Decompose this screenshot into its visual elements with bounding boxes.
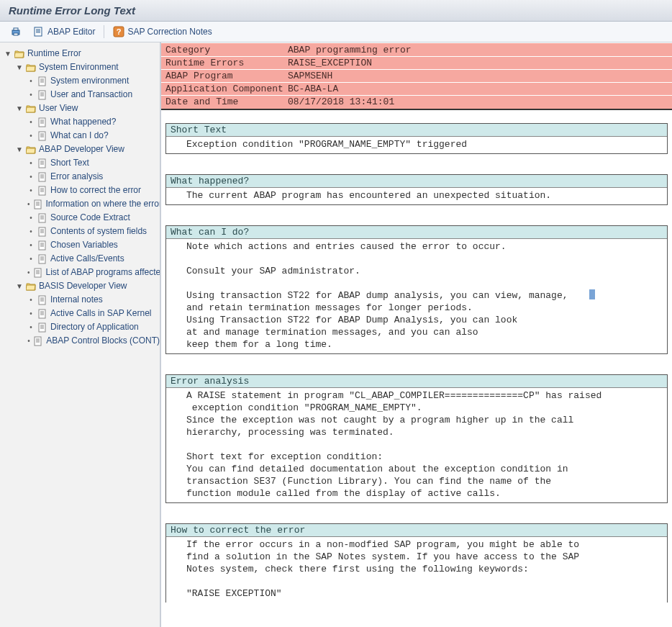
- tree-system-environment[interactable]: ▼ System Environment: [16, 60, 160, 74]
- svg-rect-45: [39, 227, 45, 236]
- error-header-block: CategoryABAP programming error Runtime E…: [161, 43, 672, 110]
- kv-key: ABAP Program: [165, 70, 288, 82]
- document-icon: [33, 199, 43, 209]
- document-icon: [37, 240, 47, 251]
- tree-item[interactable]: •Active Calls/Events: [27, 252, 160, 266]
- sap-notes-label: SAP Correction Notes: [127, 27, 212, 37]
- tree-item[interactable]: •Source Code Extract: [27, 211, 160, 225]
- tree-item[interactable]: •What happened?: [27, 115, 160, 129]
- tree-item[interactable]: •Contents of system fields: [27, 225, 160, 238]
- toolbar-separator: [104, 25, 104, 38]
- bullet-icon: •: [27, 116, 35, 128]
- kv-key: Date and Time: [165, 96, 288, 108]
- svg-text:?: ?: [117, 27, 122, 36]
- section-what-can-i-do: What can I do? Note which actions and en…: [165, 225, 668, 354]
- tree-item[interactable]: •List of ABAP programs affected: [27, 266, 160, 279]
- tree-item[interactable]: •System environment: [27, 74, 160, 88]
- tree-item[interactable]: •What can I do?: [27, 129, 160, 143]
- chevron-down-icon[interactable]: ▼: [4, 50, 12, 58]
- document-icon: [37, 158, 47, 168]
- svg-rect-9: [39, 77, 45, 86]
- abap-editor-button[interactable]: ABAP Editor: [30, 24, 98, 39]
- tree-label: Directory of Application: [50, 321, 139, 333]
- kv-key: Category: [165, 44, 288, 56]
- tree-label: User View: [39, 102, 78, 114]
- document-icon: [33, 268, 43, 278]
- tree-label: What can I do?: [50, 130, 109, 142]
- tree-item[interactable]: •Short Text: [27, 156, 160, 170]
- tree-basis-developer-view[interactable]: ▼ BASIS Developer View: [16, 279, 160, 293]
- tree-label: What happened?: [50, 116, 116, 128]
- tree-label: User and Transaction: [50, 89, 132, 101]
- tree-label: Runtime Error: [27, 48, 81, 60]
- tree-label: Active Calls in SAP Kernel: [50, 307, 152, 320]
- svg-rect-3: [35, 27, 42, 36]
- folder-open-icon: [26, 104, 36, 114]
- print-icon[interactable]: [7, 24, 24, 39]
- tree-item[interactable]: •Chosen Variables: [27, 238, 160, 252]
- tree-label: Contents of system fields: [50, 225, 147, 238]
- svg-rect-49: [39, 241, 45, 250]
- bullet-icon: •: [27, 171, 35, 183]
- tree-user-view[interactable]: ▼ User View: [16, 102, 160, 115]
- svg-rect-73: [35, 337, 41, 346]
- section-header: Error analysis: [166, 375, 667, 388]
- chevron-down-icon[interactable]: ▼: [16, 105, 23, 112]
- bullet-icon: •: [27, 130, 35, 142]
- svg-rect-61: [39, 296, 45, 305]
- bullet-icon: •: [27, 184, 35, 197]
- bullet-icon: •: [27, 266, 30, 279]
- svg-rect-29: [39, 173, 45, 181]
- document-icon: [37, 254, 47, 264]
- section-short-text: Short Text Exception condition "PROGRAM_…: [165, 123, 668, 154]
- tree-label: Error analysis: [50, 171, 103, 183]
- document-icon: [37, 131, 47, 141]
- window-title: Runtime Error Long Text: [0, 0, 672, 22]
- tree-abap-developer-view[interactable]: ▼ ABAP Developer View: [16, 143, 160, 156]
- bullet-icon: •: [27, 253, 35, 265]
- tree-label: ABAP Developer View: [39, 143, 124, 155]
- text-cursor: [589, 289, 595, 299]
- section-what-happened: What happened? The current ABAP program …: [165, 174, 668, 205]
- svg-rect-33: [39, 186, 45, 195]
- document-icon: [37, 186, 47, 196]
- section-header: What can I do?: [166, 226, 667, 239]
- document-icon: [33, 336, 43, 346]
- tree-item[interactable]: •Information on where the error occurred: [27, 197, 160, 211]
- folder-open-icon: [14, 49, 24, 59]
- tree-label: BASIS Developer View: [39, 280, 127, 292]
- chevron-down-icon[interactable]: ▼: [16, 283, 23, 290]
- tree-item[interactable]: •How to correct the error: [27, 184, 160, 197]
- tree-item[interactable]: •Error analysis: [27, 170, 160, 184]
- section-body: A RAISE statement in program "CL_ABAP_CO…: [166, 388, 667, 502]
- svg-rect-65: [39, 310, 45, 318]
- section-header: Short Text: [166, 124, 667, 137]
- section-body: If the error occurs in a non-modfied SAP…: [166, 537, 667, 603]
- kv-value: SAPMSENH: [288, 70, 332, 82]
- tree-item[interactable]: •Internal notes: [27, 293, 160, 307]
- kv-key: Runtime Errors: [165, 57, 288, 69]
- svg-rect-37: [35, 200, 41, 209]
- svg-rect-2: [14, 33, 18, 35]
- tree-item[interactable]: •Directory of Application: [27, 320, 160, 334]
- chevron-down-icon[interactable]: ▼: [16, 64, 23, 71]
- tree-item[interactable]: •User and Transaction: [27, 88, 160, 102]
- bullet-icon: •: [27, 75, 35, 87]
- section-error-analysis: Error analysis A RAISE statement in prog…: [165, 374, 668, 503]
- bullet-icon: •: [27, 89, 35, 101]
- tree-root-runtime-error[interactable]: ▼ Runtime Error: [4, 47, 160, 60]
- tree-item[interactable]: •Active Calls in SAP Kernel: [27, 307, 160, 320]
- tree-item[interactable]: •ABAP Control Blocks (CONT): [27, 334, 160, 348]
- tree-label: Information on where the error occurred: [46, 198, 160, 210]
- section-body: Exception condition "PROGRAM_NAME_EMPTY"…: [166, 137, 667, 153]
- document-icon: [37, 76, 47, 86]
- section-header: How to correct the error: [166, 524, 667, 537]
- section-header: What happened?: [166, 175, 667, 188]
- tree-label: System Environment: [39, 61, 119, 73]
- sap-correction-notes-button[interactable]: ? SAP Correction Notes: [110, 24, 214, 39]
- folder-open-icon: [26, 63, 36, 73]
- bullet-icon: •: [27, 198, 30, 210]
- bullet-icon: •: [27, 307, 35, 320]
- chevron-down-icon[interactable]: ▼: [16, 146, 23, 153]
- section-how-to-correct: How to correct the error If the error oc…: [165, 523, 668, 603]
